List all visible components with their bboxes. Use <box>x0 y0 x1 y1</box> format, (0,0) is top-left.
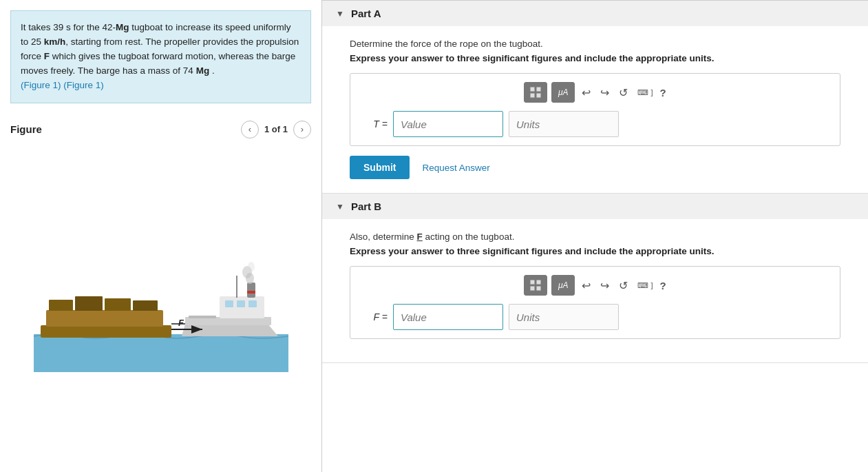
part-b-refresh-button[interactable]: ↺ <box>616 278 631 294</box>
part-a-redo-button[interactable]: ↪ <box>597 85 612 101</box>
part-a-instruction: Express your answer to three significant… <box>350 53 840 63</box>
svg-rect-4 <box>75 296 103 311</box>
figure-link[interactable]: (Figure 1) <box>21 80 61 90</box>
part-a-keyboard-button[interactable]: ⌨ ] <box>635 87 655 99</box>
svg-rect-3 <box>49 300 73 311</box>
part-b-help-button[interactable]: ? <box>659 280 666 291</box>
grid-icon-b <box>530 280 541 291</box>
grid-icon <box>530 87 541 98</box>
part-a-undo-button[interactable]: ↩ <box>579 85 593 101</box>
right-panel: ▼ Part A Determine the force of the rope… <box>322 0 868 472</box>
part-b-section: ▼ Part B Also, determine F acting on the… <box>322 194 868 363</box>
part-b-undo-button[interactable]: ↩ <box>579 278 593 294</box>
part-b-header[interactable]: ▼ Part B <box>322 194 868 219</box>
part-a-value-input[interactable] <box>393 111 503 137</box>
part-a-section: ▼ Part A Determine the force of the rope… <box>322 1 868 194</box>
part-a-input-label: T = <box>360 119 388 130</box>
svg-rect-18 <box>189 316 216 318</box>
part-a-action-row: Submit Request Answer <box>350 156 840 179</box>
part-b-chevron: ▼ <box>336 202 344 212</box>
tugboat-illustration: F <box>34 234 288 372</box>
part-a-title: Part A <box>351 8 381 19</box>
part-b-grid-button[interactable] <box>524 275 547 296</box>
part-b-input-label: F = <box>360 311 388 322</box>
part-a-units-input[interactable] <box>509 111 619 137</box>
part-a-chevron: ▼ <box>336 9 344 19</box>
figure-page-indicator: 1 of 1 <box>264 124 288 134</box>
part-a-input-row: T = <box>360 111 830 137</box>
problem-body: It takes 39 s for the 42-Mg tugboat to i… <box>21 22 299 76</box>
svg-point-16 <box>248 262 255 271</box>
part-a-answer-box: μA ↩ ↪ ↺ ⌨ ] ? T = <box>350 73 840 146</box>
svg-rect-2 <box>46 310 163 327</box>
svg-rect-6 <box>133 300 158 311</box>
figure-prev-button[interactable]: ‹ <box>241 121 259 138</box>
problem-text: It takes 39 s for the 42-Mg tugboat to i… <box>10 10 311 103</box>
alpha-label: μA <box>558 88 569 97</box>
part-a-toolbar: μA ↩ ↪ ↺ ⌨ ] ? <box>360 82 830 103</box>
part-b-toolbar: μA ↩ ↪ ↺ ⌨ ] ? <box>360 275 830 296</box>
left-panel: It takes 39 s for the 42-Mg tugboat to i… <box>0 0 322 472</box>
svg-rect-13 <box>247 283 255 298</box>
figure-section: Figure ‹ 1 of 1 › <box>0 114 321 142</box>
figure-image-area: F <box>0 142 321 472</box>
part-b-body: Also, determine F acting on the tugboat.… <box>322 219 868 362</box>
figure-next-button[interactable]: › <box>293 121 311 138</box>
svg-rect-10 <box>225 300 233 307</box>
figure-title: Figure <box>10 123 42 135</box>
part-b-instruction: Express your answer to three significant… <box>350 246 840 256</box>
part-b-value-input[interactable] <box>393 304 503 330</box>
part-b-redo-button[interactable]: ↪ <box>597 278 612 294</box>
svg-rect-5 <box>105 298 131 311</box>
part-b-keyboard-button[interactable]: ⌨ ] <box>635 280 655 291</box>
figure-navigation: ‹ 1 of 1 › <box>241 121 311 138</box>
alpha-label-b: μA <box>558 280 569 290</box>
part-b-alpha-button[interactable]: μA <box>551 275 575 296</box>
part-a-description: Determine the force of the rope on the t… <box>350 39 840 49</box>
svg-rect-11 <box>237 300 245 307</box>
part-b-input-row: F = <box>360 304 830 330</box>
part-a-alpha-button[interactable]: μA <box>551 82 575 103</box>
part-b-description: Also, determine F acting on the tugboat. <box>350 232 840 242</box>
part-b-title: Part B <box>351 201 381 212</box>
part-a-refresh-button[interactable]: ↺ <box>616 85 631 101</box>
svg-rect-1 <box>41 325 171 338</box>
part-a-grid-button[interactable] <box>524 82 547 103</box>
part-a-submit-button[interactable]: Submit <box>350 156 410 179</box>
part-a-body: Determine the force of the rope on the t… <box>322 26 868 193</box>
part-b-units-input[interactable] <box>509 304 619 330</box>
figure-link-text[interactable]: (Figure 1) <box>63 80 104 90</box>
svg-rect-12 <box>248 300 257 307</box>
part-b-answer-box: μA ↩ ↪ ↺ ⌨ ] ? F = <box>350 266 840 339</box>
part-a-help-button[interactable]: ? <box>659 87 666 99</box>
svg-text:F: F <box>178 318 184 328</box>
svg-rect-0 <box>34 334 288 372</box>
svg-rect-17 <box>247 291 255 294</box>
part-a-request-answer-link[interactable]: Request Answer <box>422 163 489 173</box>
part-a-header[interactable]: ▼ Part A <box>322 1 868 26</box>
